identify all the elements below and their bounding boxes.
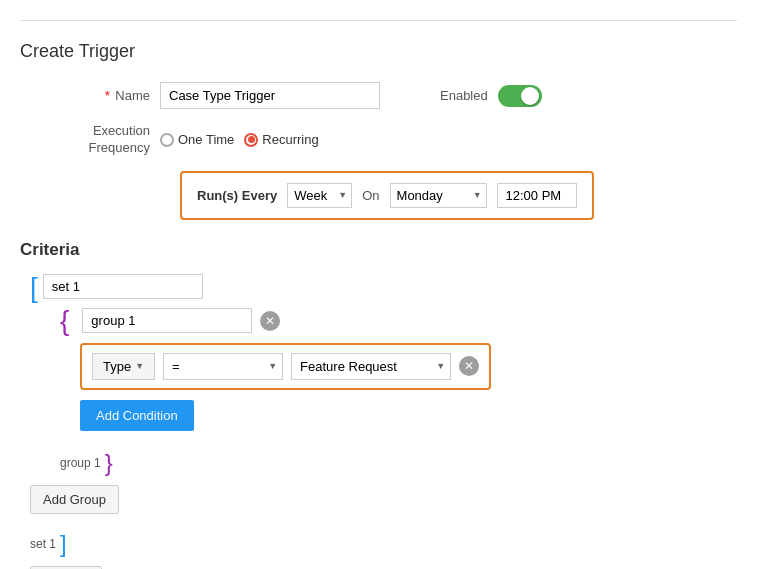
group-close-bracket: } bbox=[105, 451, 113, 475]
required-star: * bbox=[105, 88, 110, 103]
enabled-toggle[interactable] bbox=[498, 85, 542, 107]
day-select-wrapper: Monday Tuesday Wednesday Thursday Friday… bbox=[390, 183, 487, 208]
page-title: Create Trigger bbox=[20, 41, 737, 62]
group-section: { ✕ Type ▼ = != < > bbox=[60, 307, 737, 475]
radio-option-one-time[interactable]: One Time bbox=[160, 132, 234, 147]
value-select-wrapper: Feature Request Bug Support Enhancement bbox=[291, 353, 451, 380]
name-input[interactable] bbox=[160, 82, 380, 109]
radio-circle-recurring bbox=[244, 133, 258, 147]
radio-group: One Time Recurring bbox=[160, 132, 319, 147]
add-condition-button[interactable]: Add Condition bbox=[80, 400, 194, 431]
condition-box: Type ▼ = != < > Feature Request bbox=[80, 343, 491, 390]
on-label: On bbox=[362, 188, 379, 203]
group-header: { ✕ bbox=[60, 307, 737, 335]
type-label: Type bbox=[103, 359, 131, 374]
set-input[interactable] bbox=[43, 274, 203, 299]
operator-select-wrapper: = != < > bbox=[163, 353, 283, 380]
group-footer: group 1 } bbox=[60, 451, 737, 475]
set-open-bracket: [ bbox=[30, 274, 38, 302]
name-label: * Name bbox=[20, 88, 160, 103]
radio-circle-one-time bbox=[160, 133, 174, 147]
type-button[interactable]: Type ▼ bbox=[92, 353, 155, 380]
execution-frequency-label: ExecutionFrequency bbox=[20, 123, 160, 157]
frequency-select[interactable]: Week Day Month bbox=[287, 183, 352, 208]
type-arrow-icon: ▼ bbox=[135, 361, 144, 371]
runs-every-label: Run(s) Every bbox=[197, 188, 277, 203]
set-container: [ { ✕ Type ▼ = bbox=[30, 274, 737, 569]
frequency-select-wrapper: Week Day Month bbox=[287, 183, 352, 208]
toggle-thumb bbox=[521, 87, 539, 105]
time-input[interactable] bbox=[497, 183, 577, 208]
group-open-bracket: { bbox=[60, 307, 69, 335]
group-close-button[interactable]: ✕ bbox=[260, 311, 280, 331]
set-footer-label: set 1 bbox=[30, 537, 56, 551]
radio-option-recurring[interactable]: Recurring bbox=[244, 132, 318, 147]
day-select[interactable]: Monday Tuesday Wednesday Thursday Friday… bbox=[390, 183, 487, 208]
operator-select[interactable]: = != < > bbox=[163, 353, 283, 380]
condition-remove-button[interactable]: ✕ bbox=[459, 356, 479, 376]
set-footer: set 1 ] bbox=[30, 532, 737, 556]
runs-every-box: Run(s) Every Week Day Month On Monday Tu… bbox=[180, 171, 594, 220]
group-input[interactable] bbox=[82, 308, 252, 333]
radio-label-one-time: One Time bbox=[178, 132, 234, 147]
set-close-bracket: ] bbox=[60, 532, 67, 556]
radio-label-recurring: Recurring bbox=[262, 132, 318, 147]
add-group-button[interactable]: Add Group bbox=[30, 485, 119, 514]
value-select[interactable]: Feature Request Bug Support Enhancement bbox=[291, 353, 451, 380]
group-footer-label: group 1 bbox=[60, 456, 101, 470]
criteria-title: Criteria bbox=[20, 240, 737, 260]
enabled-label: Enabled bbox=[440, 88, 488, 103]
